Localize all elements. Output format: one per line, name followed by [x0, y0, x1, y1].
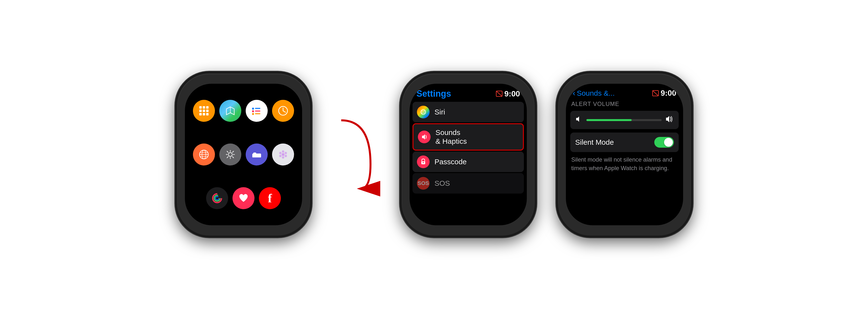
sos-icon: SOS [417, 177, 430, 190]
sos-label: SOS [434, 179, 450, 188]
svg-point-34 [279, 155, 282, 157]
app-calculator [193, 100, 215, 122]
watch-3: ‹ Sounds &... 9:00 ALERT VOLUME [556, 71, 693, 238]
svg-point-15 [252, 113, 254, 115]
app-breathe [272, 143, 294, 166]
silent-mode-description: Silent mode will not silence alarms and … [570, 156, 679, 173]
app-flipboard: f [259, 187, 281, 209]
alert-volume-label: ALERT VOLUME [570, 101, 679, 107]
app-maps [219, 100, 241, 122]
svg-rect-4 [203, 110, 205, 112]
no-signal-icon-3 [652, 90, 659, 97]
watch-crown-2 [535, 117, 536, 137]
no-signal-icon [496, 90, 503, 97]
settings-item-sounds[interactable]: Sounds& Haptics [412, 123, 524, 150]
settings-item-siri[interactable]: Siri [412, 102, 524, 122]
volume-fill [586, 119, 631, 121]
svg-point-33 [284, 152, 287, 154]
back-chevron-icon: ‹ [573, 89, 576, 98]
siri-label: Siri [434, 108, 445, 116]
volume-low-icon [575, 115, 583, 125]
settings-time-area: 9:00 [496, 89, 520, 98]
svg-line-41 [497, 92, 502, 96]
svg-rect-5 [206, 110, 209, 112]
svg-rect-0 [199, 106, 202, 109]
app-clock [272, 100, 294, 122]
settings-item-passcode[interactable]: Passcode [412, 151, 524, 172]
silent-mode-toggle[interactable] [654, 137, 674, 148]
volume-high-icon [665, 115, 674, 125]
app-grid-screen: f [185, 84, 302, 225]
app-sleep [246, 143, 268, 166]
svg-point-11 [252, 108, 254, 110]
sounds-time: 9:00 [661, 89, 676, 98]
watch-button-2 [535, 144, 536, 154]
watch-crown-3 [691, 117, 693, 137]
settings-time: 9:00 [504, 89, 520, 98]
back-button[interactable]: ‹ Sounds &... [573, 89, 615, 98]
settings-item-sos[interactable]: SOS SOS [412, 173, 524, 194]
svg-rect-8 [206, 113, 209, 115]
svg-line-47 [653, 91, 658, 96]
svg-line-19 [283, 111, 285, 112]
watch-1: f [175, 71, 312, 238]
app-settings-icon [219, 143, 241, 166]
app-grid: f [187, 86, 300, 223]
siri-icon [417, 106, 430, 118]
svg-point-38 [215, 197, 219, 200]
settings-header: Settings 9:00 [410, 84, 527, 102]
app-activity [206, 187, 228, 209]
watch-screen-2: Settings 9:00 [410, 84, 527, 225]
sounds-label: Sounds& Haptics [435, 128, 467, 146]
svg-point-13 [252, 110, 254, 112]
svg-point-32 [279, 152, 282, 154]
svg-point-45 [423, 162, 424, 163]
watch-2: Settings 9:00 [400, 71, 536, 238]
svg-point-31 [282, 156, 284, 159]
navigation-arrow [332, 71, 380, 238]
watch-button-1 [310, 144, 312, 154]
arrow-svg [332, 71, 380, 238]
svg-rect-14 [255, 110, 260, 111]
svg-rect-1 [203, 106, 205, 109]
passcode-icon [417, 156, 430, 168]
app-heart [232, 187, 254, 209]
watch-screen-3: ‹ Sounds &... 9:00 ALERT VOLUME [566, 84, 683, 225]
sounds-screen: ‹ Sounds &... 9:00 ALERT VOLUME [566, 84, 683, 225]
svg-rect-27 [252, 156, 261, 158]
svg-point-29 [282, 153, 284, 156]
silent-mode-label: Silent Mode [575, 138, 614, 146]
watch-crown-1 [310, 117, 312, 137]
sounds-icon [418, 131, 431, 143]
svg-point-30 [282, 150, 284, 153]
svg-point-25 [228, 152, 232, 157]
toggle-thumb [664, 138, 673, 147]
app-reminders [246, 100, 268, 122]
settings-list: Siri Sounds& Haptics [410, 102, 527, 225]
svg-point-35 [284, 155, 287, 157]
volume-slider[interactable] [586, 119, 662, 121]
svg-rect-6 [199, 113, 202, 115]
sounds-header: ‹ Sounds &... 9:00 [566, 84, 683, 101]
back-label: Sounds &... [577, 89, 615, 97]
sounds-time-area: 9:00 [652, 89, 676, 98]
watch-screen-1: f [185, 84, 302, 225]
settings-title: Settings [416, 89, 451, 99]
watch-button-3 [691, 144, 693, 154]
svg-rect-28 [253, 152, 256, 154]
sounds-content: ALERT VOLUME [566, 101, 683, 225]
svg-rect-3 [199, 110, 202, 112]
volume-control[interactable] [570, 111, 679, 129]
app-globe [193, 143, 215, 166]
svg-rect-12 [255, 108, 260, 109]
passcode-label: Passcode [434, 158, 467, 166]
svg-rect-7 [203, 113, 205, 115]
silent-mode-row[interactable]: Silent Mode [570, 133, 679, 152]
svg-rect-16 [255, 113, 260, 114]
settings-screen: Settings 9:00 [410, 84, 527, 225]
svg-rect-2 [206, 106, 209, 109]
